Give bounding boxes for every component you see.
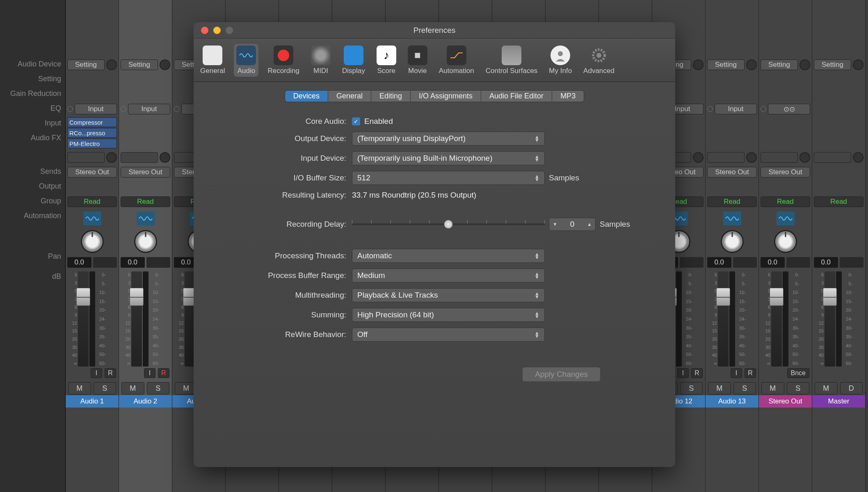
input-device-select[interactable]: (Temporarily using Built-in Microphone)▲… [352,151,545,165]
output-button[interactable]: Stereo Out [761,167,810,178]
record-enable-button[interactable]: R [691,368,703,378]
tab-general[interactable]: General [198,44,227,77]
close-icon[interactable] [201,27,208,34]
automation-mode-button[interactable]: Read [761,196,810,207]
subtab-devices[interactable]: Devices [285,90,328,102]
recording-delay-stepper[interactable]: ▼ 0 ▲ [549,218,596,231]
input-button[interactable]: Input [75,104,117,114]
output-device-select[interactable]: (Temporarily using DisplayPort)▲▼ [352,132,545,146]
fader-handle[interactable] [76,288,90,306]
setting-button[interactable]: Setting [814,59,851,70]
waveform-icon[interactable] [137,212,155,226]
audio-fx-slots[interactable] [119,116,172,150]
peak-readout[interactable] [786,257,811,268]
peak-readout[interactable] [680,257,704,268]
fader[interactable] [771,271,782,367]
output-button[interactable]: Stereo Out [121,167,170,178]
mute-button[interactable]: M [815,382,838,394]
send-knob[interactable] [853,152,863,163]
input-button[interactable]: ⊙⊙ [768,104,810,114]
waveform-icon[interactable] [723,212,741,226]
gain-knob[interactable] [693,59,704,70]
rewire-behavior-select[interactable]: Off▲▼ [352,328,545,342]
bounce-button[interactable]: Bnce [787,368,809,378]
fader[interactable] [131,271,142,367]
track-name[interactable]: Audio 13 [706,395,758,408]
tab-display[interactable]: Display [340,44,368,77]
input-monitor-button[interactable]: I [91,368,102,378]
setting-button[interactable]: Setting [707,59,745,70]
multithreading-select[interactable]: Playback & Live Tracks▲▼ [352,288,545,302]
gain-knob[interactable] [106,59,117,70]
peak-readout[interactable] [840,257,864,268]
minimize-icon[interactable] [213,27,221,34]
solo-button[interactable]: S [94,382,116,394]
input-monitor-button[interactable]: I [144,368,155,378]
buffer-size-select[interactable]: 512▲▼ [352,171,545,185]
db-readout[interactable]: 0.0 [707,257,731,268]
db-readout[interactable]: 0.0 [67,257,91,268]
track-name[interactable]: Audio 2 [119,395,172,408]
automation-mode-button[interactable]: Read [121,196,170,207]
audio-fx-slots[interactable]: CompressorRCo...pressoPM-Electro [66,116,119,150]
output-button[interactable]: Stereo Out [67,167,117,178]
mute-button[interactable]: M [708,382,731,394]
subtab-general[interactable]: General [328,90,371,102]
gain-knob[interactable] [853,59,863,70]
input-monitor-button[interactable]: I [731,368,742,378]
titlebar[interactable]: Preferences [194,22,675,39]
send-knob[interactable] [799,152,810,163]
setting-button[interactable]: Setting [121,59,158,70]
peak-readout[interactable] [93,257,117,268]
automation-mode-button[interactable]: Read [814,196,863,207]
subtab-editing[interactable]: Editing [371,90,410,102]
solo-button[interactable]: S [680,382,703,394]
send-knob[interactable] [106,152,117,163]
tab-score[interactable]: ♪Score [374,44,399,77]
tab-movie[interactable]: ■Movie [405,44,430,77]
send-slot[interactable] [707,152,745,163]
summing-select[interactable]: High Precision (64 bit)▲▼ [352,308,545,322]
send-knob[interactable] [160,152,170,163]
mute-button[interactable]: M [761,382,784,394]
tab-midi[interactable]: MIDI [308,44,333,77]
gain-knob[interactable] [799,59,810,70]
send-slot[interactable] [67,152,105,163]
send-slot[interactable] [761,152,798,163]
gain-knob[interactable] [160,59,170,70]
slider-knob[interactable] [444,220,453,229]
process-buffer-range-select[interactable]: Medium▲▼ [352,269,545,282]
apply-changes-button[interactable]: Apply Changes [522,367,601,382]
tab-advanced[interactable]: Advanced [581,44,617,77]
tab-automation[interactable]: Automation [436,44,477,77]
tab-recording[interactable]: Recording [265,44,302,77]
stepper-up-icon[interactable]: ▲ [584,218,595,230]
peak-readout[interactable] [733,257,757,268]
fader-handle[interactable] [823,288,837,306]
setting-button[interactable]: Setting [761,59,798,70]
waveform-icon[interactable] [83,212,101,226]
fx-insert[interactable]: Compressor [67,117,117,127]
solo-button[interactable]: S [147,382,170,394]
tab-audio[interactable]: Audio [234,44,258,77]
send-slot[interactable] [121,152,158,163]
mute-button[interactable]: M [121,382,144,394]
processing-threads-select[interactable]: Automatic▲▼ [352,249,545,263]
track-name[interactable]: Stereo Out [759,395,812,408]
subtab-io-assignments[interactable]: I/O Assignments [410,90,481,102]
recording-delay-slider[interactable] [352,218,545,230]
fader[interactable] [718,271,729,367]
core-audio-checkbox[interactable]: ✓ [352,117,360,125]
subtab-audio-file-editor[interactable]: Audio File Editor [481,90,552,102]
input-monitor-button[interactable]: I [677,368,689,378]
pan-knob[interactable] [721,230,744,253]
subtab-mp3[interactable]: MP3 [552,90,584,102]
record-enable-button[interactable]: R [158,368,169,378]
audio-fx-slots[interactable] [706,116,758,150]
automation-mode-button[interactable]: Read [707,196,757,207]
track-name[interactable]: Master [812,395,865,408]
recording-delay-value[interactable]: 0 [561,220,584,229]
track-name[interactable]: Audio 1 [66,395,119,408]
peak-readout[interactable] [146,257,171,268]
db-readout[interactable]: 0.0 [814,257,838,268]
